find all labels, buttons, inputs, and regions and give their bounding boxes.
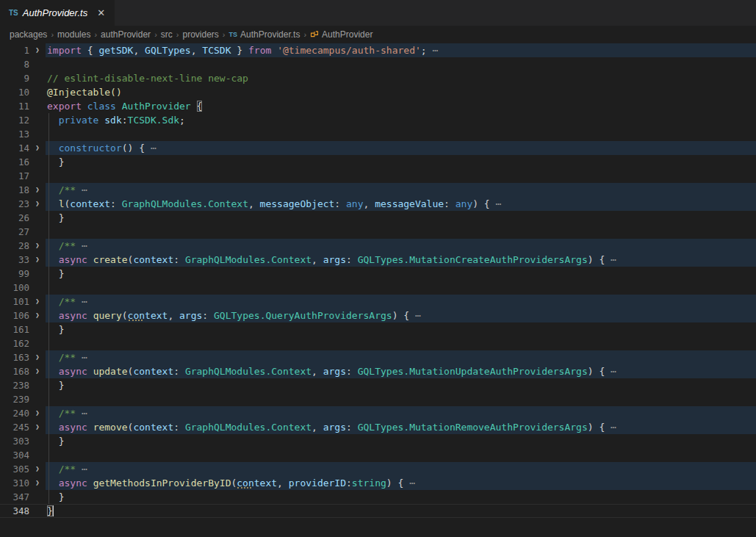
line-number: 304 [0,448,29,462]
code-line[interactable]: private sdk:TCSDK.Sdk; [46,113,756,127]
code-token: : [346,477,352,489]
editor-line: 245❯ async remove(context: GraphQLModule… [0,420,756,434]
gutter: 28❯ [0,239,46,253]
gutter: 16 [0,155,46,169]
code-line[interactable]: /** ⋯ [46,183,756,197]
fold-ellipsis[interactable]: ⋯ [605,254,616,265]
code-line[interactable]: async getMethodsInProviderByID(context, … [46,476,756,490]
code-token: , [312,422,323,433]
fold-ellipsis[interactable]: ⋯ [490,198,502,209]
breadcrumb-item-authprovider-ts[interactable]: TSAuthProvider.ts [229,29,300,40]
code-line[interactable]: @Injectable() [46,85,756,99]
code-line[interactable]: } [46,490,756,504]
fold-chevron-icon[interactable]: ❯ [29,295,46,309]
gutter: 161 [0,322,46,336]
code-line[interactable]: async update(context: GraphQLModules.Con… [46,364,756,378]
fold-ellipsis[interactable]: ⋯ [409,310,421,321]
code-token: AuthProvider [122,101,197,112]
close-tab-icon[interactable]: ✕ [95,7,107,19]
gutter: 99 [0,267,46,281]
code-line[interactable] [46,281,756,295]
fold-ellipsis[interactable]: ⋯ [76,464,87,475]
fold-ellipsis[interactable]: ⋯ [145,143,156,154]
editor-line: 18❯ /** ⋯ [0,183,756,197]
code-line[interactable]: async create(context: GraphQLModules.Con… [46,253,756,267]
code-line[interactable]: } [46,267,756,281]
gutter: 12 [0,113,46,127]
fold-ellipsis[interactable]: ⋯ [605,366,616,377]
fold-ellipsis[interactable]: ⋯ [76,408,87,419]
code-line[interactable] [46,57,756,71]
fold-chevron-icon[interactable]: ❯ [29,309,46,322]
fold-ellipsis[interactable]: ⋯ [76,184,87,195]
fold-chevron-icon[interactable]: ❯ [29,253,46,267]
line-number: 99 [0,267,29,281]
code-line[interactable] [46,225,756,239]
fold-ellipsis[interactable]: ⋯ [403,477,415,489]
code-line[interactable]: async remove(context: GraphQLModules.Con… [46,420,756,434]
line-number: 18 [0,183,29,197]
breadcrumb-item-src[interactable]: src [161,29,173,40]
fold-chevron-icon[interactable]: ❯ [29,462,46,476]
fold-chevron-icon[interactable]: ❯ [29,406,46,420]
code-line[interactable]: /** ⋯ [46,406,756,420]
breadcrumb-item-packages[interactable]: packages [10,29,47,40]
code-token: context [133,254,173,265]
code-editor[interactable]: 1❯import { getSDK, GQLTypes, TCSDK } fro… [0,43,756,537]
code-line[interactable] [46,336,756,350]
line-number: 163 [0,350,29,364]
code-line[interactable]: export class AuthProvider { [46,99,756,113]
code-line[interactable] [46,392,756,406]
fold-chevron-icon[interactable]: ❯ [29,197,46,211]
code-token: GQLTypes.MutationUpdateAuthProvidersArgs [358,366,588,377]
code-line[interactable]: } [46,155,756,169]
code-line[interactable]: async query(context, args: GQLTypes.Quer… [46,309,756,322]
code-line[interactable]: } [46,322,756,336]
editor-line: 163❯ /** ⋯ [0,350,756,364]
fold-ellipsis[interactable]: ⋯ [605,422,616,433]
breadcrumb-item-providers[interactable]: providers [182,29,218,40]
code-token: } [231,45,248,56]
code-line[interactable]: } [46,434,756,448]
code-line[interactable]: // eslint-disable-next-line new-cap [46,71,756,85]
breadcrumb-separator: › [223,30,226,39]
code-line[interactable] [46,448,756,462]
tab-authprovider[interactable]: TS AuthProvider.ts ✕ [0,0,115,26]
code-token: private [59,115,105,126]
fold-chevron-icon[interactable]: ❯ [29,43,46,57]
code-line[interactable] [46,127,756,141]
code-line[interactable]: constructor() { ⋯ [46,141,756,155]
code-token: /** [47,464,76,475]
code-line[interactable]: /** ⋯ [46,295,756,309]
code-token: , [312,366,323,377]
code-token: args [323,366,346,377]
fold-chevron-icon[interactable]: ❯ [29,476,46,490]
code-line[interactable]: } [46,504,756,518]
fold-ellipsis[interactable]: ⋯ [427,45,439,56]
breadcrumb-item-modules[interactable]: modules [57,29,90,40]
fold-chevron-icon[interactable]: ❯ [29,420,46,434]
fold-ellipsis[interactable]: ⋯ [76,352,87,363]
fold-ellipsis[interactable]: ⋯ [76,296,87,307]
fold-chevron-icon[interactable]: ❯ [29,183,46,197]
fold-chevron-icon[interactable]: ❯ [29,141,46,155]
code-line[interactable]: import { getSDK, GQLTypes, TCSDK } from … [46,43,756,57]
code-token: sdk [104,115,121,126]
code-line[interactable]: /** ⋯ [46,462,756,476]
fold-chevron-icon[interactable]: ❯ [29,364,46,378]
code-token: ) { [588,254,605,265]
breadcrumb-separator: › [94,30,97,39]
breadcrumb-item-authprovider[interactable]: authProvider [101,29,151,40]
fold-chevron-icon[interactable]: ❯ [29,239,46,253]
code-line[interactable]: } [46,211,756,225]
code-line[interactable]: /** ⋯ [46,239,756,253]
fold-chevron-icon[interactable]: ❯ [29,350,46,364]
code-line[interactable]: } [46,378,756,392]
code-line[interactable] [46,169,756,183]
code-line[interactable]: l(context: GraphQLModules.Context, messa… [46,197,756,211]
code-token [47,254,59,265]
fold-ellipsis[interactable]: ⋯ [76,240,87,251]
code-line[interactable]: /** ⋯ [46,350,756,364]
breadcrumb-item-authprovider[interactable]: AuthProvider [310,29,372,40]
line-number: 162 [0,336,29,350]
